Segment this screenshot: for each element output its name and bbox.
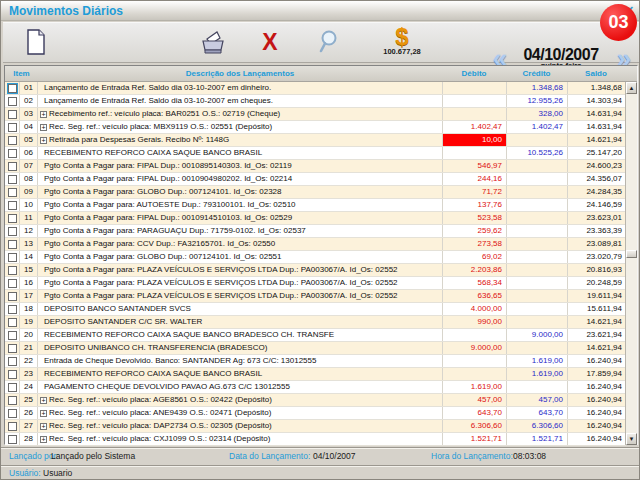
- row-description-cell: +Lançamento de Entrada Ref. Saldo dia 03…: [38, 95, 443, 107]
- row-checkbox[interactable]: [8, 175, 17, 184]
- row-checkbox[interactable]: [8, 422, 17, 431]
- expand-icon[interactable]: +: [40, 436, 47, 443]
- table-row[interactable]: 22 +Entrada de Cheque Devolvido. Banco: …: [5, 355, 626, 368]
- row-checkbox[interactable]: [8, 136, 17, 145]
- delete-button[interactable]: X: [257, 27, 283, 57]
- table-row[interactable]: 18 +DEPOSITO BANCO SANTANDER SVCS 4.000,…: [5, 303, 626, 316]
- row-checkbox[interactable]: [8, 123, 17, 132]
- row-balance: 23.623,01: [568, 212, 626, 224]
- row-checkbox[interactable]: [8, 383, 17, 392]
- table-row[interactable]: 12 +Pgto Conta à Pagar para: PARAGUAÇU D…: [5, 225, 626, 238]
- row-balance: 1.348,68: [568, 82, 626, 94]
- row-checkbox[interactable]: [8, 227, 17, 236]
- row-checkbox[interactable]: [8, 435, 17, 444]
- column-header-balance[interactable]: Saldo: [567, 66, 625, 81]
- row-checkbox[interactable]: [8, 253, 17, 262]
- row-description-cell: +Recebimento ref.: veículo placa: BAR025…: [38, 108, 443, 120]
- expand-icon[interactable]: +: [40, 423, 47, 430]
- row-checkbox[interactable]: [8, 370, 17, 379]
- table-row[interactable]: 08 +Pgto Conta à Pagar para: FIPAL Dup.:…: [5, 173, 626, 186]
- column-header-credit[interactable]: Crédito: [506, 66, 567, 81]
- expand-icon[interactable]: +: [40, 410, 47, 417]
- expand-icon[interactable]: +: [40, 397, 47, 404]
- column-header-debit[interactable]: Débito: [442, 66, 506, 81]
- table-row[interactable]: 15 +Pgto Conta à Pagar para: PLAZA VEÍCU…: [5, 264, 626, 277]
- row-description-cell: +RECEBIMENTO REFORCO CAIXA SAQUE BANCO B…: [38, 147, 443, 159]
- row-description: DEPOSITO SANTANDER C/C SR. WALTER: [44, 317, 202, 326]
- cash-balance[interactable]: $ 100.677,28: [371, 25, 433, 63]
- table-row[interactable]: 03 +Recebimento ref.: veículo placa: BAR…: [5, 108, 626, 121]
- table-row[interactable]: 11 +Pgto Conta à Pagar para: FIPAL Dup.:…: [5, 212, 626, 225]
- row-checkbox[interactable]: [8, 396, 17, 405]
- row-checkbox[interactable]: [8, 97, 17, 106]
- row-balance: 16.240,94: [568, 394, 626, 406]
- row-debit: [443, 108, 507, 120]
- expand-icon[interactable]: +: [40, 137, 47, 144]
- row-checkbox[interactable]: [8, 110, 17, 119]
- search-button[interactable]: [316, 29, 342, 57]
- table-row[interactable]: 07 +Pgto Conta à Pagar para: FIPAL Dup.:…: [5, 160, 626, 173]
- scroll-up-button[interactable]: ▲: [626, 82, 637, 94]
- row-checkbox[interactable]: [8, 357, 17, 366]
- table-row[interactable]: 13 +Pgto Conta à Pagar para: CCV Dup.: F…: [5, 238, 626, 251]
- row-description-cell: +DEPOSITO BANCO SANTANDER SVCS: [38, 303, 443, 315]
- table-row[interactable]: 28 +Rec. Seg. ref.: veículo placa: CXJ10…: [5, 433, 626, 446]
- row-checkbox[interactable]: [8, 409, 17, 418]
- table-row[interactable]: 23 +RECEBIMENTO REFORCO CAIXA SAQUE BANC…: [5, 368, 626, 381]
- table-row[interactable]: 09 +Pgto Conta à Pagar para: GLOBO Dup.:…: [5, 186, 626, 199]
- row-item-number: 22: [20, 355, 38, 367]
- table-row[interactable]: 14 +Pgto Conta à Pagar para: GLOBO Dup.:…: [5, 251, 626, 264]
- row-balance: 25.147,20: [568, 147, 626, 159]
- row-checkbox[interactable]: [8, 279, 17, 288]
- table-row[interactable]: 27 +Rec. Seg. ref.: veículo placa: DAP27…: [5, 420, 626, 433]
- table-row[interactable]: 19 +DEPOSITO SANTANDER C/C SR. WALTER 99…: [5, 316, 626, 329]
- row-checkbox[interactable]: [8, 292, 17, 301]
- table-row[interactable]: 04 +Rec. Seg. ref.: veículo placa: MBX91…: [5, 121, 626, 134]
- row-debit: 137,76: [443, 199, 507, 211]
- row-checkbox[interactable]: [8, 318, 17, 327]
- row-description: Pgto Conta à Pagar para: FIPAL Dup.: 001…: [44, 174, 292, 183]
- row-checkbox[interactable]: [8, 162, 17, 171]
- table-row[interactable]: 05 +Retirada para Despesas Gerais. Recib…: [5, 134, 626, 147]
- new-document-button[interactable]: [23, 29, 49, 57]
- column-header-item[interactable]: Item: [5, 66, 38, 81]
- table-row[interactable]: 24 +PAGAMENTO CHEQUE DEVOLVIDO PAVAO AG.…: [5, 381, 626, 394]
- row-checkbox[interactable]: [8, 84, 17, 93]
- row-balance: 16.240,94: [568, 420, 626, 432]
- row-checkbox[interactable]: [8, 149, 17, 158]
- row-balance: 23.363,39: [568, 225, 626, 237]
- row-balance: 14.621,94: [568, 316, 626, 328]
- expand-icon[interactable]: +: [40, 124, 47, 131]
- row-item-number: 05: [20, 134, 38, 146]
- table-row[interactable]: 21 +DEPOSITO UNIBANCO CH. TRANSFERENCIA …: [5, 342, 626, 355]
- table-row[interactable]: 20 +RECEBIMENTO REFORCO CAIXA SAQUE BANC…: [5, 329, 626, 342]
- table-row[interactable]: 26 +Rec. Seg. ref.: veículo placa: ANE94…: [5, 407, 626, 420]
- table-row[interactable]: 17 +Pgto Conta à Pagar para: PLAZA VEÍCU…: [5, 290, 626, 303]
- row-checkbox[interactable]: [8, 201, 17, 210]
- row-checkbox[interactable]: [8, 331, 17, 340]
- row-checkbox[interactable]: [8, 344, 17, 353]
- scroll-thumb[interactable]: [626, 250, 637, 258]
- table-row[interactable]: 02 +Lançamento de Entrada Ref. Saldo dia…: [5, 95, 626, 108]
- table-row[interactable]: 25 +Rec. Seg. ref.: veículo placa: AGE85…: [5, 394, 626, 407]
- table-row[interactable]: 06 +RECEBIMENTO REFORCO CAIXA SAQUE BANC…: [5, 147, 626, 160]
- print-button[interactable]: [199, 29, 227, 57]
- row-checkbox[interactable]: [8, 240, 17, 249]
- table-row[interactable]: 01 +Lançamento de Entrada Ref. Saldo dia…: [5, 82, 626, 95]
- row-description-cell: +Pgto Conta à Pagar para: FIPAL Dup.: 00…: [38, 160, 443, 172]
- row-description-cell: +Pgto Conta à Pagar para: PLAZA VEÍCULOS…: [38, 290, 443, 302]
- row-checkbox[interactable]: [8, 266, 17, 275]
- vertical-scrollbar[interactable]: ▲ ▼: [625, 82, 637, 445]
- row-checkbox[interactable]: [8, 188, 17, 197]
- row-balance: 14.621,94: [568, 342, 626, 354]
- table-row[interactable]: 10 +Pgto Conta à Pagar para: AUTOESTE Du…: [5, 199, 626, 212]
- row-checkbox[interactable]: [8, 305, 17, 314]
- scroll-down-button[interactable]: ▼: [626, 433, 637, 445]
- toolbar: X $ 100.677,28 « 04/10/2007 quinta-feira…: [3, 22, 639, 63]
- column-header-description[interactable]: Descrição dos Lançamentos: [38, 66, 442, 81]
- row-checkbox[interactable]: [8, 214, 17, 223]
- expand-icon[interactable]: +: [40, 111, 47, 118]
- table-row[interactable]: 16 +Pgto Conta à Pagar para: PLAZA VEÍCU…: [5, 277, 626, 290]
- row-debit: 9.000,00: [443, 342, 507, 354]
- row-credit: 6.306,60: [507, 420, 568, 432]
